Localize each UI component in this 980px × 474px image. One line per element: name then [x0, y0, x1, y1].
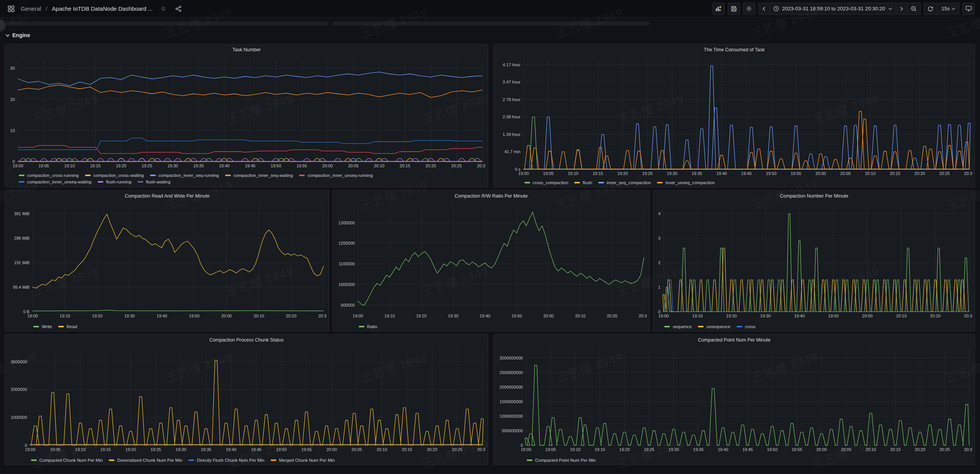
svg-text:19:45: 19:45	[741, 171, 752, 176]
legend-item[interactable]: compaction_cross-waiting	[85, 173, 144, 178]
legend-item[interactable]: compaction_inner_unseq-running	[299, 173, 373, 178]
panel-title[interactable]: Compaction Read And Write Per Minute	[5, 191, 329, 201]
zoom-out-time-button[interactable]	[907, 3, 920, 15]
legend-label: inner_unseq_compaction	[665, 180, 715, 185]
svg-text:10: 10	[10, 128, 15, 133]
legend-swatch	[85, 175, 91, 176]
svg-text:4.17 hour: 4.17 hour	[503, 62, 521, 67]
svg-text:19:55: 19:55	[791, 171, 801, 176]
chart-svg: 19:0019:0519:1019:1519:2019:2519:3019:35…	[8, 55, 485, 169]
breadcrumb-separator: /	[45, 5, 48, 12]
legend-item[interactable]: Compacted Chunk Num Per Min	[31, 458, 103, 463]
legend-item[interactable]: Deserialized Chunk Num Per Min	[109, 458, 182, 463]
panel-title[interactable]: Task Number	[5, 44, 488, 55]
svg-text:19:20: 19:20	[617, 171, 628, 176]
svg-text:19:25: 19:25	[642, 171, 653, 176]
legend-label: cross_compaction	[533, 180, 568, 185]
legend-item[interactable]: flush-waiting	[137, 180, 170, 184]
legend-item[interactable]: Write	[33, 324, 52, 329]
star-icon[interactable]: ☆	[160, 5, 166, 13]
svg-text:0 B: 0 B	[23, 309, 30, 314]
svg-text:19:00: 19:00	[521, 447, 531, 452]
svg-text:20:15: 20:15	[890, 447, 901, 452]
legend-time-consumed-of-task: cross_compactionflushinner_seq_compactio…	[524, 180, 715, 185]
panel-title[interactable]: Compacted Point Num Per Minute	[494, 335, 975, 345]
svg-text:900000: 900000	[341, 303, 355, 307]
legend-swatch	[58, 326, 64, 327]
breadcrumb-root[interactable]: General	[21, 5, 41, 12]
svg-text:1300000: 1300000	[338, 221, 355, 225]
legend-item[interactable]: Read	[58, 324, 77, 329]
chart-compaction-number[interactable]: 19:0019:1019:2019:3019:4019:5020:0020:10…	[656, 201, 972, 319]
svg-text:20:10: 20:10	[866, 447, 876, 452]
time-range-picker[interactable]: 2023-03-31 18:59:10 to 2023-03-31 20:30:…	[770, 3, 896, 15]
row-engine[interactable]: Engine	[5, 32, 30, 38]
legend-item[interactable]: Merged Chunk Num Per Min	[271, 458, 335, 463]
chart-task-number[interactable]: 19:0019:0519:1019:1519:2019:2519:3019:35…	[8, 55, 485, 169]
dashboard-settings-button[interactable]	[743, 3, 755, 15]
panel-title[interactable]: Compaction R/W Ratio Per Minute	[333, 191, 649, 201]
legend-item[interactable]: compaction_cross-running	[19, 173, 79, 178]
legend-item[interactable]: flush	[574, 180, 592, 185]
svg-text:20:00: 20:00	[327, 447, 337, 452]
panel-compaction-process-chunk-status: Compaction Process Chunk Status 19:0019:…	[5, 334, 488, 465]
legend-swatch	[33, 326, 39, 327]
svg-text:20:30: 20:30	[477, 163, 485, 168]
refresh-interval-picker[interactable]: 15s	[937, 3, 959, 15]
legend-item[interactable]: compaction_inner_seq-running	[150, 173, 219, 178]
svg-text:19:30: 19:30	[448, 314, 459, 318]
chart-compacted-point-num[interactable]: 19:0019:0519:1019:1519:2019:2519:3019:35…	[496, 345, 972, 453]
legend-item[interactable]: inner_seq_compaction	[598, 180, 651, 185]
panel-title[interactable]: Compaction Number Per Minute	[653, 191, 975, 201]
legend-item[interactable]: cross_compaction	[524, 180, 568, 185]
legend-item[interactable]: inner_unseq_compaction	[657, 180, 715, 185]
svg-text:2.78 hour: 2.78 hour	[503, 97, 521, 102]
apps-grid-icon[interactable]	[5, 3, 17, 15]
svg-text:20:10: 20:10	[377, 447, 387, 452]
svg-text:381 MiB: 381 MiB	[14, 211, 29, 216]
svg-text:95.4 MiB: 95.4 MiB	[13, 285, 29, 289]
save-dashboard-button[interactable]	[728, 3, 740, 15]
legend-item[interactable]: sequence	[664, 324, 692, 329]
legend-item[interactable]: compaction_inner_seq-waiting	[225, 173, 293, 178]
chart-time-consumed-of-task[interactable]: 19:0019:0519:1019:1519:2019:2519:3019:35…	[496, 55, 972, 177]
svg-text:19:25: 19:25	[644, 447, 655, 452]
chevron-down-icon	[951, 7, 956, 10]
share-icon[interactable]	[175, 6, 181, 12]
chart-compaction-process-chunk-status[interactable]: 19:0019:0519:1019:1519:2019:2519:3019:35…	[8, 345, 485, 453]
legend-item[interactable]: flush-running	[98, 180, 131, 184]
svg-text:19:50: 19:50	[828, 314, 839, 318]
legend-item[interactable]: Directly Flush Chunk Num Per Min	[188, 458, 264, 463]
legend-label: Read	[67, 324, 77, 329]
time-shift-back-button[interactable]	[759, 3, 770, 15]
refresh-button[interactable]	[924, 3, 937, 15]
legend-swatch	[109, 459, 114, 461]
cycle-view-mode-button[interactable]	[962, 3, 975, 15]
dashboard-title[interactable]: Apache IoTDB DataNode Dashboard ...	[52, 5, 153, 12]
legend-compaction-read-write: WriteRead	[33, 324, 77, 329]
svg-text:19:10: 19:10	[570, 447, 581, 452]
legend-swatch	[598, 182, 604, 183]
svg-text:19:30: 19:30	[167, 163, 178, 168]
svg-text:1.39 hour: 1.39 hour	[503, 132, 521, 137]
svg-text:20:05: 20:05	[351, 447, 362, 452]
legend-item[interactable]: Ratio	[359, 324, 377, 329]
chart-compaction-read-write[interactable]: 19:0019:1019:2019:3019:4019:5020:0020:10…	[8, 201, 327, 319]
svg-text:3.47 hour: 3.47 hour	[503, 80, 521, 84]
legend-item[interactable]: unsequence	[698, 324, 730, 329]
legend-label: Write	[42, 324, 52, 329]
svg-text:1000000: 1000000	[11, 415, 27, 420]
add-panel-button[interactable]	[712, 3, 725, 15]
legend-label: Compacted Point Num Per Min	[535, 458, 596, 463]
svg-text:19:35: 19:35	[693, 447, 704, 452]
chart-compaction-rw-ratio[interactable]: 19:0019:1019:2019:3019:4019:5020:0020:10…	[335, 201, 647, 319]
scroll-handle	[0, 20, 5, 31]
svg-text:19:00: 19:00	[13, 163, 23, 168]
time-shift-forward-button[interactable]	[896, 3, 907, 15]
legend-item[interactable]: Compacted Point Num Per Min	[527, 458, 596, 463]
panel-task-number: Task Number 19:0019:0519:1019:1519:2019:…	[5, 44, 488, 187]
legend-item[interactable]: cross	[737, 324, 755, 329]
panel-title[interactable]: Compaction Process Chunk Status	[5, 335, 488, 345]
panel-title[interactable]: The Time Consumed of Task	[494, 44, 975, 55]
legend-item[interactable]: compaction_inner_unseq-waiting	[19, 180, 91, 184]
